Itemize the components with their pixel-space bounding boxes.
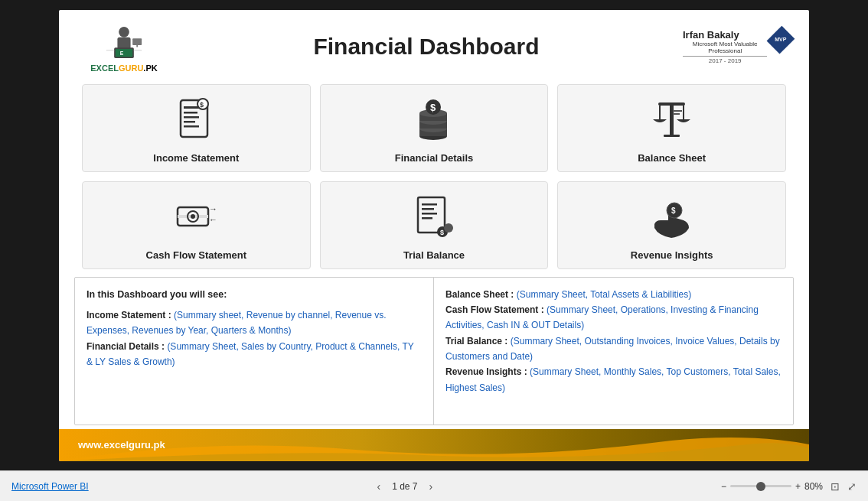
card-income-statement[interactable]: $ Income Statement — [82, 84, 311, 172]
cash-flow-icon: → ← — [171, 194, 221, 243]
info-item-financial: Financial Details : (Summary Sheet, Sale… — [86, 339, 422, 370]
logo-area: E EXCELGURU.PK — [78, 21, 170, 73]
card-cash-flow[interactable]: → ← Cash Flow Statement — [82, 181, 311, 269]
info-item-revenue: Revenue Insights : (Summary Sheet, Month… — [445, 364, 782, 395]
trial-balance-icon: $ — [409, 194, 458, 243]
svg-rect-12 — [184, 116, 199, 119]
income-statement-icon: $ — [171, 96, 221, 146]
mvp-years: 2017 - 2019 — [683, 56, 767, 64]
info-item-balance: Balance Sheet : (Summary Sheet, Total As… — [445, 287, 782, 302]
svg-rect-41 — [422, 208, 434, 210]
svg-text:E: E — [120, 50, 124, 55]
prev-page-button[interactable]: ‹ — [373, 479, 384, 494]
svg-rect-5 — [132, 38, 142, 45]
mvp-badge-area: Irfan Bakaly Microsoft Most Valuable Pro… — [683, 29, 790, 64]
svg-text:$: $ — [200, 101, 204, 109]
info-right: Balance Sheet : (Summary Sheet, Total As… — [434, 278, 793, 425]
excel-guru-logo: E — [101, 21, 147, 63]
footer: www.excelguru.pk — [59, 429, 809, 461]
fit-window-icon[interactable]: ⊡ — [830, 480, 840, 493]
svg-rect-40 — [422, 203, 437, 206]
trial-label: Trial Balance : — [445, 336, 507, 346]
info-panel: In this Dashboard you will see: Income S… — [74, 277, 794, 425]
svg-rect-42 — [422, 213, 437, 215]
zoom-percent: 80% — [804, 481, 823, 492]
svg-point-0 — [119, 26, 129, 37]
card-balance-sheet[interactable]: Balance Sheet — [557, 84, 786, 172]
svg-rect-11 — [184, 112, 197, 114]
card-trial-balance-label: Trial Balance — [403, 249, 465, 261]
info-left: In this Dashboard you will see: Income S… — [75, 278, 434, 425]
revenue-insights-icon: $ — [647, 194, 697, 243]
svg-rect-14 — [184, 125, 199, 128]
zoom-control: − + 80% — [721, 481, 823, 492]
svg-rect-32 — [673, 113, 680, 115]
income-label: Income Statement : — [86, 310, 171, 320]
svg-rect-13 — [184, 121, 195, 123]
cashflow-label: Cash Flow Statement : — [445, 304, 544, 315]
balance-label: Balance Sheet : — [445, 289, 514, 300]
svg-rect-3 — [116, 49, 132, 57]
mvp-name: Irfan Bakaly — [683, 29, 767, 41]
svg-rect-6 — [136, 44, 138, 47]
dashboard-title: Financial Dashboard — [313, 34, 539, 60]
card-cash-flow-label: Cash Flow Statement — [146, 249, 246, 261]
mvp-diamond: MVP — [767, 26, 795, 54]
taskbar: Microsoft Power BI ‹ 1 de 7 › − + 80% ⊡ … — [0, 470, 868, 501]
page-navigation: ‹ 1 de 7 › — [373, 479, 436, 494]
card-financial-details[interactable]: $ Financial Details — [320, 84, 549, 172]
financial-details-icon: $ — [409, 96, 458, 146]
fullscreen-icon[interactable]: ⤢ — [847, 480, 857, 493]
svg-text:←: ← — [209, 215, 217, 224]
financial-label: Financial Details : — [86, 341, 165, 352]
cards-grid: $ Income Statement — [59, 80, 809, 277]
svg-rect-26 — [670, 102, 674, 135]
card-revenue-insights-label: Revenue Insights — [631, 249, 713, 261]
svg-rect-1 — [117, 37, 130, 48]
card-financial-details-label: Financial Details — [395, 152, 474, 164]
main-area: E EXCELGURU.PK Financial Dashboard Irfan… — [0, 0, 868, 470]
svg-text:$: $ — [671, 207, 676, 215]
logo-text: EXCELGURU.PK — [90, 63, 157, 73]
info-heading: In this Dashboard you will see: — [86, 287, 422, 303]
powerbi-link[interactable]: Microsoft Power BI — [11, 481, 89, 492]
zoom-minus[interactable]: − — [721, 481, 726, 492]
svg-rect-31 — [673, 110, 682, 112]
footer-url: www.excelguru.pk — [78, 439, 165, 451]
info-item-cashflow: Cash Flow Statement : (Summary Sheet, Op… — [445, 302, 782, 333]
svg-rect-27 — [658, 102, 685, 106]
header: E EXCELGURU.PK Financial Dashboard Irfan… — [59, 10, 809, 80]
revenue-label: Revenue Insights : — [445, 366, 527, 377]
next-page-button[interactable]: › — [426, 479, 437, 494]
page-info: 1 de 7 — [392, 481, 417, 492]
card-revenue-insights[interactable]: $ Revenue Insights — [557, 181, 786, 269]
svg-text:$: $ — [440, 229, 444, 236]
card-balance-sheet-label: Balance Sheet — [638, 152, 706, 164]
mvp-header-row: Irfan Bakaly Microsoft Most Valuable Pro… — [683, 29, 790, 64]
info-item-income: Income Statement : (Summary sheet, Reven… — [86, 307, 422, 339]
svg-rect-30 — [664, 135, 680, 137]
svg-text:→: → — [209, 204, 217, 213]
card-income-statement-label: Income Statement — [153, 152, 239, 164]
svg-point-36 — [191, 214, 195, 219]
svg-rect-43 — [422, 217, 432, 220]
zoom-thumb — [756, 482, 765, 491]
balance-detail: (Summary Sheet, Total Assets & Liabiliti… — [517, 289, 692, 300]
zoom-plus[interactable]: + — [795, 481, 801, 492]
svg-point-46 — [444, 223, 453, 233]
info-item-trial: Trial Balance : (Summary Sheet, Outstand… — [445, 333, 782, 365]
card-trial-balance[interactable]: $ Trial Balance — [320, 181, 549, 269]
zoom-slider[interactable] — [730, 485, 791, 487]
mvp-diamond-text: MVP — [775, 37, 787, 43]
dashboard-container: E EXCELGURU.PK Financial Dashboard Irfan… — [59, 10, 809, 461]
taskbar-right: − + 80% ⊡ ⤢ — [721, 480, 857, 493]
mvp-title: Microsoft Most Valuable Professional — [683, 41, 767, 54]
svg-text:$: $ — [430, 102, 436, 113]
balance-sheet-icon — [647, 96, 697, 146]
